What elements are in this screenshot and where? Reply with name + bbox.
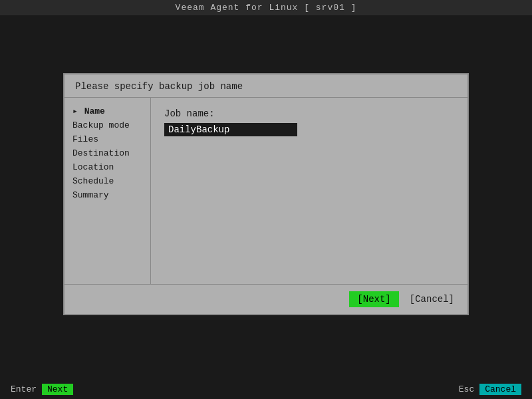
- job-name-label: Job name:: [164, 108, 454, 119]
- dialog-header: Please specify backup job name: [65, 74, 467, 98]
- status-bar-right: Esc Cancel: [459, 384, 521, 395]
- next-key-button[interactable]: Next: [42, 384, 73, 395]
- nav-sidebar: ▸ Name Backup mode Files Destination Loc…: [65, 98, 151, 284]
- main-dialog: Please specify backup job name ▸ Name Ba…: [63, 73, 469, 315]
- nav-arrow-icon: ▸: [72, 106, 78, 116]
- esc-label: Esc: [459, 384, 474, 394]
- nav-item-files[interactable]: Files: [70, 133, 145, 146]
- dialog-footer: [Next] [Cancel]: [65, 284, 467, 314]
- nav-item-schedule[interactable]: Schedule: [70, 175, 145, 188]
- dialog-body: ▸ Name Backup mode Files Destination Loc…: [65, 98, 467, 284]
- nav-item-destination[interactable]: Destination: [70, 147, 145, 160]
- nav-item-location[interactable]: Location: [70, 161, 145, 174]
- status-bar: Enter Next Esc Cancel: [0, 380, 532, 399]
- enter-label: Enter: [11, 384, 37, 394]
- nav-item-summary[interactable]: Summary: [70, 189, 145, 201]
- title-text: Veeam Agent for Linux [ srv01 ]: [176, 3, 357, 13]
- next-button[interactable]: [Next]: [349, 291, 398, 307]
- dialog-content: Job name:: [151, 98, 467, 284]
- dialog-title: Please specify backup job name: [75, 81, 243, 92]
- nav-item-name[interactable]: ▸ Name: [70, 104, 145, 118]
- nav-item-backup-mode[interactable]: Backup mode: [70, 119, 145, 132]
- cancel-button[interactable]: [Cancel]: [407, 291, 457, 307]
- job-name-input[interactable]: [164, 123, 297, 136]
- cancel-key-button[interactable]: Cancel: [479, 384, 521, 395]
- title-bar: Veeam Agent for Linux [ srv01 ]: [0, 0, 532, 15]
